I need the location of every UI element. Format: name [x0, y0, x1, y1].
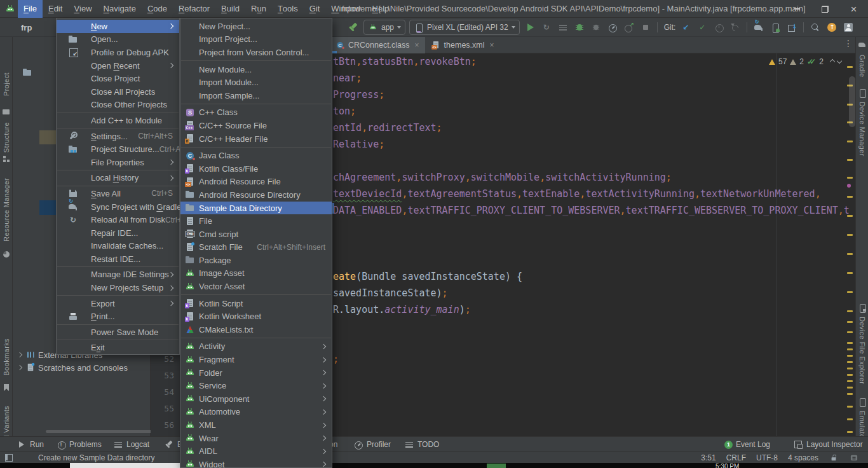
file-menu-item-settings[interactable]: Settings...Ctrl+Alt+S [57, 130, 179, 143]
file-menu-item-repair-ide[interactable]: Repair IDE... [57, 226, 179, 240]
new-submenu-item-c-c-header-file[interactable]: HC/C++ Header File [180, 132, 332, 146]
file-menu-item-power-save-mode[interactable]: Power Save Mode [57, 326, 179, 339]
new-submenu-item-activity[interactable]: Activity [180, 340, 332, 354]
git-update-button[interactable] [679, 20, 692, 34]
new-submenu-item-c-c-source-file[interactable]: C++C/C++ Source File [180, 119, 332, 132]
toolwindow-event-log[interactable]: 1Event Log [724, 437, 770, 452]
file-menu-item-invalidate-caches[interactable]: Invalidate Caches... [57, 240, 179, 253]
new-submenu-item-scratch-file[interactable]: Scratch FileCtrl+Alt+Shift+Insert [180, 241, 332, 254]
git-commit-button[interactable] [696, 20, 709, 34]
profiler-button[interactable] [606, 20, 619, 34]
debug-button[interactable] [573, 20, 586, 34]
attach-debugger-button[interactable] [590, 20, 602, 34]
toolwindow-switcher-icon[interactable] [5, 454, 13, 462]
warning-stripe-mark[interactable] [847, 380, 853, 382]
file-menu-item-close-other-projects[interactable]: Close Other Projects [57, 99, 179, 112]
run-configuration-select[interactable]: app [363, 20, 405, 35]
stripe-item-structure[interactable]: Structure [3, 122, 10, 153]
taskbar-icon-fragment[interactable] [487, 464, 506, 468]
stop-button[interactable] [639, 20, 652, 34]
search-everywhere-button[interactable] [809, 20, 822, 34]
file-menu-item-new[interactable]: New [57, 20, 179, 33]
taskbar-button-fragment[interactable] [70, 463, 180, 468]
new-submenu-item-kotlin-worksheet[interactable]: KKotlin Worksheet [180, 310, 332, 323]
new-submenu-item-folder[interactable]: Folder [180, 366, 332, 380]
new-submenu-item-java-class[interactable]: Java Class [180, 149, 332, 162]
line-separator[interactable]: CRLF [726, 453, 746, 462]
tab-options-icon[interactable]: ⋮ [844, 38, 853, 48]
new-submenu-item-xml[interactable]: XML [180, 418, 332, 432]
close-button[interactable]: × [839, 0, 868, 18]
toolwindow-problems[interactable]: Problems [56, 437, 102, 452]
run-button[interactable] [524, 20, 536, 34]
stripe-item-gradle[interactable]: Gradle [858, 55, 866, 77]
inspections-widget[interactable]: 57 2 ✓✓ 2 [769, 57, 841, 66]
new-submenu-item-new-project[interactable]: New Project... [180, 20, 332, 33]
caret-position[interactable]: 3:51 [701, 453, 715, 462]
file-menu-item-exit[interactable]: Exit [57, 341, 179, 355]
file-menu-item-project-structure[interactable]: Project Structure...Ctrl+Alt+Shift+S [57, 142, 179, 156]
warning-stripe-mark[interactable] [847, 431, 853, 433]
warning-stripe-mark[interactable] [847, 342, 853, 344]
new-submenu-item-project-from-version-control[interactable]: Project from Version Control... [180, 46, 332, 59]
menubar-navigate[interactable]: Navigate [98, 0, 142, 18]
toolwindow-layout-inspector[interactable]: Layout Inspector [793, 437, 863, 452]
new-submenu-item-cmd-script[interactable]: CMDCmd script [180, 228, 332, 241]
device-manager-button[interactable] [769, 20, 782, 34]
warning-stripe-mark[interactable] [847, 321, 853, 323]
sdk-manager-button[interactable] [785, 20, 798, 34]
warning-stripe-mark[interactable] [847, 387, 853, 389]
file-menu-item-manage-ide-settings[interactable]: Manage IDE Settings [57, 268, 179, 282]
menubar-file[interactable]: File [18, 0, 43, 18]
new-submenu-item-import-module[interactable]: Import Module... [180, 76, 332, 89]
tab-crconnect-class[interactable]: CRConnect.class × [329, 37, 425, 53]
new-submenu-item-image-asset[interactable]: Image Asset [180, 267, 332, 280]
warning-stripe-mark[interactable] [847, 215, 853, 217]
new-submenu-item-automotive[interactable]: Automotive [180, 406, 332, 419]
menubar-build[interactable]: Build [215, 0, 245, 18]
previous-issue-icon[interactable] [830, 59, 835, 64]
menubar-edit[interactable]: Edit [43, 0, 68, 18]
file-encoding[interactable]: UTF-8 [756, 453, 778, 462]
stripe-item-project[interactable]: Project [3, 72, 10, 96]
stripe-item-device-file-explorer[interactable]: Device File Explorer [858, 317, 866, 384]
file-menu-item-close-all-projects[interactable]: Close All Projects [57, 85, 179, 99]
maximize-button[interactable] [811, 0, 839, 18]
menubar-code[interactable]: Code [142, 0, 173, 18]
new-submenu-item-package[interactable]: Package [180, 254, 332, 267]
new-submenu-item-import-sample[interactable]: Import Sample... [180, 89, 332, 102]
notifications-icon[interactable] [850, 453, 858, 462]
warning-stripe-mark[interactable] [847, 331, 853, 333]
update-notification-button[interactable] [825, 20, 838, 34]
profile-app-button[interactable] [623, 20, 635, 34]
toolwindow-logcat[interactable]: Logcat [113, 437, 149, 452]
warning-stripe-mark[interactable] [847, 291, 853, 293]
new-submenu-item-aidl[interactable]: AIDL [180, 444, 332, 458]
git-rollback-button[interactable] [729, 20, 742, 34]
editor-code-area[interactable]: tBtn,statusBtn,revokeBtn;near;Progress;t… [333, 53, 849, 407]
gradle-sync-button[interactable] [752, 20, 765, 34]
new-submenu-item-uicomponent[interactable]: UiComponent [180, 392, 332, 406]
new-submenu-item-service[interactable]: Service [180, 379, 332, 392]
warning-stripe-mark[interactable] [847, 234, 853, 236]
new-submenu-item-import-project[interactable]: Import Project... [180, 33, 332, 46]
stripe-item-resource-manager[interactable]: Resource Manager [3, 178, 10, 242]
file-menu-item-restart-ide[interactable]: Restart IDE... [57, 252, 179, 266]
new-submenu-item-vector-asset[interactable]: Vector Asset [180, 280, 332, 293]
warning-stripe-mark[interactable] [847, 418, 853, 420]
file-menu-item-sync-project-with-gradle-files[interactable]: Sync Project with Gradle Files [57, 200, 179, 214]
warning-stripe-mark[interactable] [847, 310, 853, 312]
toolwindow-todo[interactable]: TODO [404, 437, 439, 452]
new-submenu-item-kotlin-script[interactable]: KKotlin Script [180, 297, 332, 310]
device-select[interactable]: Pixel XL (Edited) API 32 [409, 20, 520, 35]
stripe-item-device-manager[interactable]: Device Manager [858, 102, 866, 156]
run-with-coverage-button[interactable] [557, 20, 569, 34]
warning-stripe-mark[interactable] [847, 159, 853, 161]
warning-stripe-mark[interactable] [847, 406, 853, 408]
warning-stripe-mark[interactable] [847, 374, 853, 376]
warning-stripe-mark[interactable] [847, 361, 853, 363]
file-menu-item-close-project[interactable]: Close Project [57, 72, 179, 85]
minimize-button[interactable] [782, 0, 811, 18]
new-submenu-item-android-resource-file[interactable]: <>Android Resource File [180, 176, 332, 189]
file-menu-item-open[interactable]: Open... [57, 33, 179, 46]
